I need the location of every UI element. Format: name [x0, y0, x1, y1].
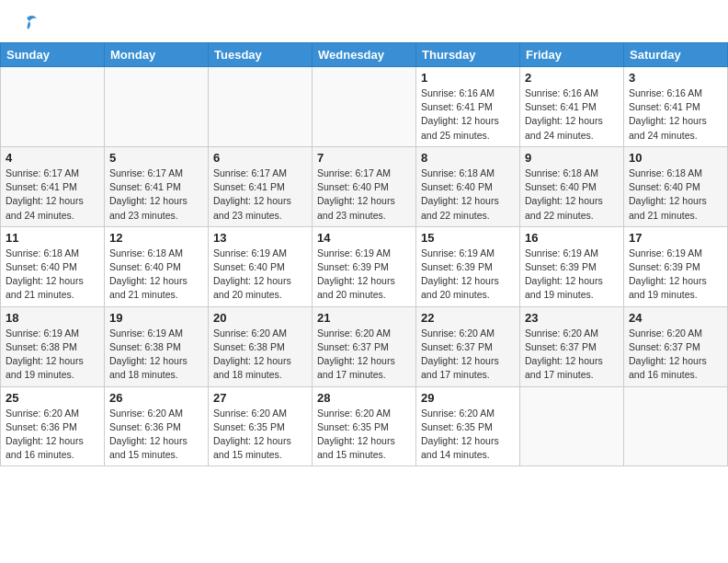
day-number: 9	[525, 151, 619, 165]
day-info-text: Sunrise: 6:19 AM Sunset: 6:39 PM Dayligh…	[629, 247, 722, 303]
day-number: 13	[213, 231, 307, 245]
day-number: 5	[109, 151, 203, 165]
day-number: 21	[317, 311, 411, 325]
calendar-day-cell: 27Sunrise: 6:20 AM Sunset: 6:35 PM Dayli…	[209, 386, 313, 466]
calendar-week-row: 11Sunrise: 6:18 AM Sunset: 6:40 PM Dayli…	[1, 226, 728, 306]
day-number: 15	[421, 231, 515, 245]
day-info-text: Sunrise: 6:20 AM Sunset: 6:35 PM Dayligh…	[213, 407, 307, 463]
day-info-text: Sunrise: 6:17 AM Sunset: 6:40 PM Dayligh…	[317, 167, 411, 223]
calendar-week-row: 25Sunrise: 6:20 AM Sunset: 6:36 PM Dayli…	[1, 386, 728, 466]
day-number: 11	[6, 231, 99, 245]
day-of-week-header: Friday	[520, 43, 624, 67]
day-info-text: Sunrise: 6:19 AM Sunset: 6:38 PM Dayligh…	[109, 327, 203, 383]
day-info-text: Sunrise: 6:17 AM Sunset: 6:41 PM Dayligh…	[109, 167, 203, 223]
logo	[17, 17, 39, 33]
logo-bird-icon	[18, 13, 39, 33]
calendar-day-cell: 15Sunrise: 6:19 AM Sunset: 6:39 PM Dayli…	[416, 226, 520, 306]
day-number: 10	[629, 151, 722, 165]
day-info-text: Sunrise: 6:20 AM Sunset: 6:35 PM Dayligh…	[421, 407, 515, 463]
day-info-text: Sunrise: 6:20 AM Sunset: 6:36 PM Dayligh…	[109, 407, 203, 463]
day-number: 25	[6, 391, 99, 405]
calendar-table: SundayMondayTuesdayWednesdayThursdayFrid…	[0, 42, 728, 466]
calendar-day-cell: 12Sunrise: 6:18 AM Sunset: 6:40 PM Dayli…	[105, 226, 209, 306]
day-info-text: Sunrise: 6:20 AM Sunset: 6:37 PM Dayligh…	[629, 327, 722, 383]
day-number: 22	[421, 311, 515, 325]
calendar-day-cell: 23Sunrise: 6:20 AM Sunset: 6:37 PM Dayli…	[520, 306, 624, 386]
day-info-text: Sunrise: 6:18 AM Sunset: 6:40 PM Dayligh…	[525, 167, 619, 223]
page-header	[0, 0, 728, 39]
calendar-day-cell: 11Sunrise: 6:18 AM Sunset: 6:40 PM Dayli…	[1, 226, 105, 306]
day-info-text: Sunrise: 6:16 AM Sunset: 6:41 PM Dayligh…	[629, 86, 722, 143]
day-number: 2	[525, 71, 619, 85]
calendar-day-cell: 28Sunrise: 6:20 AM Sunset: 6:35 PM Dayli…	[313, 386, 416, 466]
day-number: 12	[109, 231, 203, 245]
day-info-text: Sunrise: 6:20 AM Sunset: 6:35 PM Dayligh…	[317, 407, 411, 463]
calendar-day-cell: 20Sunrise: 6:20 AM Sunset: 6:38 PM Dayli…	[209, 306, 313, 386]
calendar-day-cell: 1Sunrise: 6:16 AM Sunset: 6:41 PM Daylig…	[416, 67, 520, 147]
calendar-day-cell: 13Sunrise: 6:19 AM Sunset: 6:40 PM Dayli…	[209, 226, 313, 306]
day-of-week-header: Monday	[105, 43, 209, 67]
calendar-week-row: 4Sunrise: 6:17 AM Sunset: 6:41 PM Daylig…	[1, 146, 728, 226]
calendar-day-cell: 14Sunrise: 6:19 AM Sunset: 6:39 PM Dayli…	[313, 226, 416, 306]
day-of-week-header: Saturday	[624, 43, 728, 67]
calendar-day-cell: 24Sunrise: 6:20 AM Sunset: 6:37 PM Dayli…	[624, 306, 728, 386]
day-info-text: Sunrise: 6:20 AM Sunset: 6:38 PM Dayligh…	[213, 327, 307, 383]
day-number: 14	[317, 231, 411, 245]
day-number: 27	[213, 391, 307, 405]
day-number: 26	[109, 391, 203, 405]
calendar-day-cell: 4Sunrise: 6:17 AM Sunset: 6:41 PM Daylig…	[1, 146, 105, 226]
day-number: 1	[421, 71, 515, 85]
day-info-text: Sunrise: 6:16 AM Sunset: 6:41 PM Dayligh…	[525, 86, 619, 143]
day-of-week-header: Tuesday	[209, 43, 313, 67]
calendar-day-cell	[520, 386, 624, 466]
calendar-day-cell: 17Sunrise: 6:19 AM Sunset: 6:39 PM Dayli…	[624, 226, 728, 306]
day-info-text: Sunrise: 6:20 AM Sunset: 6:36 PM Dayligh…	[6, 407, 99, 463]
calendar-day-cell: 22Sunrise: 6:20 AM Sunset: 6:37 PM Dayli…	[416, 306, 520, 386]
calendar-day-cell: 16Sunrise: 6:19 AM Sunset: 6:39 PM Dayli…	[520, 226, 624, 306]
day-info-text: Sunrise: 6:19 AM Sunset: 6:39 PM Dayligh…	[317, 247, 411, 303]
calendar-day-cell: 26Sunrise: 6:20 AM Sunset: 6:36 PM Dayli…	[105, 386, 209, 466]
calendar-day-cell: 25Sunrise: 6:20 AM Sunset: 6:36 PM Dayli…	[1, 386, 105, 466]
day-info-text: Sunrise: 6:17 AM Sunset: 6:41 PM Dayligh…	[213, 167, 307, 223]
calendar-day-cell: 2Sunrise: 6:16 AM Sunset: 6:41 PM Daylig…	[520, 67, 624, 147]
calendar-day-cell	[105, 67, 209, 147]
calendar-day-cell: 21Sunrise: 6:20 AM Sunset: 6:37 PM Dayli…	[313, 306, 416, 386]
day-info-text: Sunrise: 6:19 AM Sunset: 6:40 PM Dayligh…	[213, 247, 307, 303]
day-of-week-header: Wednesday	[313, 43, 416, 67]
calendar-header-row: SundayMondayTuesdayWednesdayThursdayFrid…	[1, 43, 728, 67]
day-number: 8	[421, 151, 515, 165]
day-of-week-header: Sunday	[1, 43, 105, 67]
day-number: 28	[317, 391, 411, 405]
day-info-text: Sunrise: 6:16 AM Sunset: 6:41 PM Dayligh…	[421, 86, 515, 143]
day-info-text: Sunrise: 6:17 AM Sunset: 6:41 PM Dayligh…	[6, 167, 99, 223]
calendar-day-cell: 7Sunrise: 6:17 AM Sunset: 6:40 PM Daylig…	[313, 146, 416, 226]
day-info-text: Sunrise: 6:19 AM Sunset: 6:39 PM Dayligh…	[525, 247, 619, 303]
calendar-day-cell	[1, 67, 105, 147]
calendar-week-row: 18Sunrise: 6:19 AM Sunset: 6:38 PM Dayli…	[1, 306, 728, 386]
day-info-text: Sunrise: 6:20 AM Sunset: 6:37 PM Dayligh…	[525, 327, 619, 383]
day-number: 29	[421, 391, 515, 405]
day-number: 23	[525, 311, 619, 325]
calendar-day-cell	[313, 67, 416, 147]
day-number: 20	[213, 311, 307, 325]
calendar-day-cell: 18Sunrise: 6:19 AM Sunset: 6:38 PM Dayli…	[1, 306, 105, 386]
day-number: 17	[629, 231, 722, 245]
day-number: 24	[629, 311, 722, 325]
day-info-text: Sunrise: 6:20 AM Sunset: 6:37 PM Dayligh…	[421, 327, 515, 383]
day-info-text: Sunrise: 6:19 AM Sunset: 6:38 PM Dayligh…	[6, 327, 99, 383]
day-number: 6	[213, 151, 307, 165]
calendar-day-cell: 8Sunrise: 6:18 AM Sunset: 6:40 PM Daylig…	[416, 146, 520, 226]
day-number: 19	[109, 311, 203, 325]
calendar-day-cell	[209, 67, 313, 147]
day-info-text: Sunrise: 6:18 AM Sunset: 6:40 PM Dayligh…	[109, 247, 203, 303]
day-info-text: Sunrise: 6:20 AM Sunset: 6:37 PM Dayligh…	[317, 327, 411, 383]
day-of-week-header: Thursday	[416, 43, 520, 67]
day-info-text: Sunrise: 6:19 AM Sunset: 6:39 PM Dayligh…	[421, 247, 515, 303]
calendar-day-cell: 3Sunrise: 6:16 AM Sunset: 6:41 PM Daylig…	[624, 67, 728, 147]
day-number: 3	[629, 71, 722, 85]
day-info-text: Sunrise: 6:18 AM Sunset: 6:40 PM Dayligh…	[629, 167, 722, 223]
calendar-day-cell: 29Sunrise: 6:20 AM Sunset: 6:35 PM Dayli…	[416, 386, 520, 466]
day-number: 18	[6, 311, 99, 325]
calendar-day-cell: 6Sunrise: 6:17 AM Sunset: 6:41 PM Daylig…	[209, 146, 313, 226]
calendar-week-row: 1Sunrise: 6:16 AM Sunset: 6:41 PM Daylig…	[1, 67, 728, 147]
